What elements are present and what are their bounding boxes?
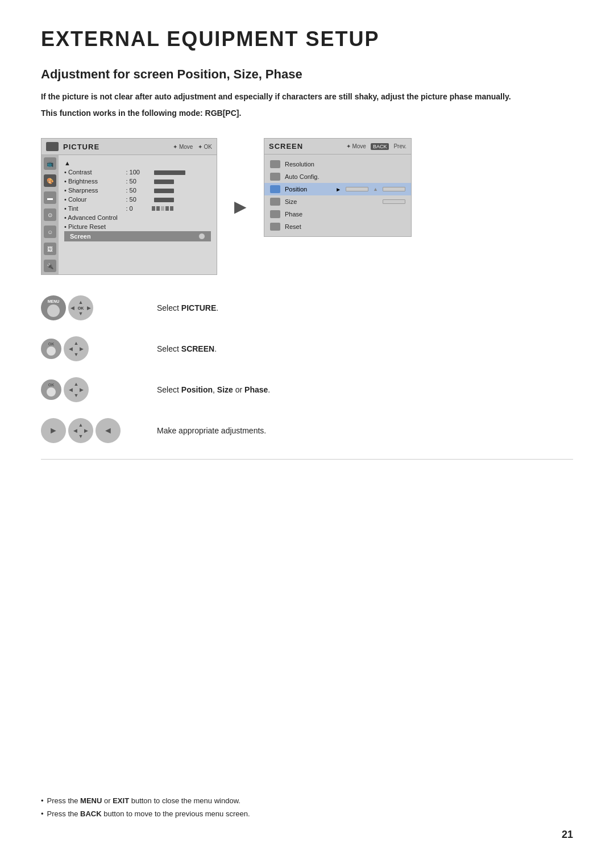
step-2-text: Select SCREEN. — [157, 344, 217, 353]
phase-label: Phase — [285, 211, 405, 218]
footer-area: • Press the MENU or EXIT button to close… — [41, 796, 573, 823]
screen-label: Screen — [64, 231, 211, 241]
step-1-text: Select PICTURE. — [157, 303, 218, 312]
divider — [41, 459, 573, 460]
size-label: Size — [285, 198, 378, 205]
screen-back-btn: BACK — [371, 143, 389, 150]
step-4-text: Make appropriate adjustments. — [157, 426, 266, 435]
footer-note-2: • Press the BACK button to move to the p… — [41, 809, 573, 818]
autoconfig-label: Auto Config. — [285, 173, 405, 180]
picture-panel-body: 📺 🎨 ▬ ⊙ ☺ 🖼 🔌 ▲ • Contrast : 100 — [42, 155, 217, 274]
picture-panel-controls: ✦ Move ✦ OK — [173, 144, 212, 150]
screen-item-phase: Phase — [264, 208, 411, 220]
bullet-1: • — [41, 796, 44, 805]
page-number: 21 — [562, 829, 573, 841]
sidebar-icon-1: 📺 — [44, 157, 56, 170]
size-icon — [270, 198, 280, 206]
step-2-controller: OK ▲ ◀▶ ▼ — [41, 336, 143, 361]
footer-note-1: • Press the MENU or EXIT button to close… — [41, 796, 573, 805]
sidebar-icon-2: 🎨 — [44, 174, 56, 187]
step-2-row: OK ▲ ◀▶ ▼ Select SCREEN. — [41, 336, 573, 361]
step2-nav-btn: ▲ ◀▶ ▼ — [64, 336, 89, 361]
steps-section: MENU ▲ ◀OK▶ ▼ Select PICTURE. OK — [41, 295, 573, 443]
mode-note: This function works in the following mod… — [41, 108, 573, 118]
step1-nav-btn: ▲ ◀OK▶ ▼ — [68, 295, 93, 320]
screen-move-label: ✦ Move — [346, 143, 366, 149]
step-3-controller: OK ▲ ◀▶ ▼ — [41, 377, 143, 402]
arrow-symbol: ▶ — [229, 197, 252, 216]
tv-icon — [46, 142, 59, 151]
step-3-text: Select Position, Size or Phase. — [157, 385, 270, 394]
screen-item-autoconfig: Auto Config. — [264, 170, 411, 183]
step-4-row: ► ▲ ◀▶ ▼ ◄ Make appropriate adjustments. — [41, 418, 573, 443]
footer-note-1-text: Press the MENU or EXIT button to close t… — [47, 796, 240, 805]
screen-panel: SCREEN ✦ Move BACK Prev. Resolution Auto… — [264, 138, 412, 237]
left-arrow-btn: ► — [41, 418, 66, 443]
description-text: If the picture is not clear after auto a… — [41, 91, 573, 103]
ok-button-3: OK — [41, 379, 61, 400]
picture-menu-content: ▲ • Contrast : 100 • Brightness : 50 • S… — [59, 155, 217, 274]
right-arrow-btn: ◄ — [96, 418, 121, 443]
sidebar-icon-5: ☺ — [44, 226, 56, 238]
sidebar-icon-7: 🔌 — [44, 260, 56, 272]
screen-item-size: Size — [264, 195, 411, 208]
sidebar-icons: 📺 🎨 ▬ ⊙ ☺ 🖼 🔌 — [42, 155, 59, 274]
ok-button-2: OK — [41, 339, 61, 359]
screen-panel-header: SCREEN ✦ Move BACK Prev. — [264, 139, 411, 155]
screen-item-reset: Reset — [264, 220, 411, 233]
screen-menu-items: Resolution Auto Config. Position ► ▲ Siz… — [264, 155, 411, 236]
step-4-controller: ► ▲ ◀▶ ▼ ◄ — [41, 418, 143, 443]
position-bar — [346, 187, 368, 191]
screen-label-text: Screen — [70, 233, 91, 240]
screen-panel-title: SCREEN — [269, 142, 342, 151]
resolution-icon — [270, 160, 280, 168]
circle-icon — [198, 233, 205, 240]
reset-label: Reset — [285, 223, 405, 230]
section-title: Adjustment for screen Position, Size, Ph… — [41, 67, 573, 82]
bullet-2: • — [41, 809, 44, 818]
menu-button: MENU — [41, 295, 66, 320]
reset-icon — [270, 223, 280, 231]
footer-note-2-text: Press the BACK button to move to the pre… — [47, 809, 250, 818]
step-1-controller: MENU ▲ ◀OK▶ ▼ — [41, 295, 143, 320]
step3-nav-btn: ▲ ◀▶ ▼ — [64, 377, 89, 402]
screen-item-resolution: Resolution — [264, 158, 411, 170]
autoconfig-icon — [270, 173, 280, 181]
screen-prev-label: Prev. — [393, 143, 406, 149]
size-bar — [383, 199, 405, 204]
step-1-row: MENU ▲ ◀OK▶ ▼ Select PICTURE. — [41, 295, 573, 320]
position-bar-2 — [383, 187, 405, 191]
step-3-row: OK ▲ ◀▶ ▼ Select Position, Size or Phase… — [41, 377, 573, 402]
resolution-label: Resolution — [285, 161, 405, 168]
picture-panel-title: PICTURE — [63, 143, 168, 151]
sidebar-icon-4: ⊙ — [44, 208, 56, 221]
tv-ui-mockup: PICTURE ✦ Move ✦ OK 📺 🎨 ▬ ⊙ ☺ 🖼 🔌 ▲ • Co… — [41, 138, 573, 275]
page-title: EXTERNAL EQUIPMENT SETUP — [41, 27, 573, 51]
phase-icon — [270, 210, 280, 218]
picture-panel: PICTURE ✦ Move ✦ OK 📺 🎨 ▬ ⊙ ☺ 🖼 🔌 ▲ • Co… — [41, 138, 217, 275]
picture-panel-header: PICTURE ✦ Move ✦ OK — [42, 139, 217, 155]
screen-item-position: Position ► ▲ — [264, 183, 411, 195]
sidebar-icon-3: ▬ — [44, 191, 56, 204]
position-icon — [270, 185, 280, 193]
sidebar-icon-6: 🖼 — [44, 243, 56, 255]
position-label: Position — [285, 186, 331, 193]
step4-nav-btn: ▲ ◀▶ ▼ — [68, 418, 93, 443]
